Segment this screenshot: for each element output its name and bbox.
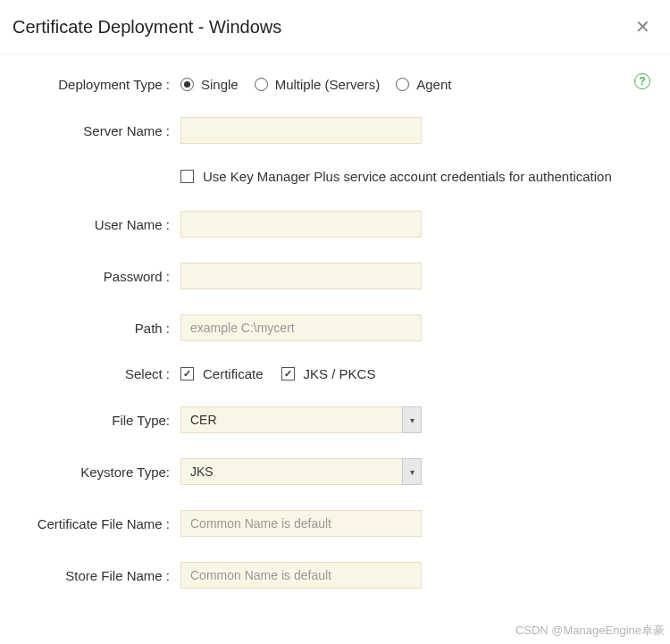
cert-file-name-input[interactable] (180, 510, 422, 537)
checkbox-jks-pkcs[interactable]: JKS / PKCS (281, 366, 376, 381)
row-select: Select : Certificate JKS / PKCS (13, 366, 670, 381)
user-name-input[interactable] (180, 211, 422, 238)
select-value: CER (180, 406, 422, 433)
form-body: Deployment Type : Single Multiple (Serve… (0, 54, 670, 589)
chevron-down-icon: ▾ (402, 458, 422, 485)
server-name-input[interactable] (180, 117, 422, 144)
checkbox-icon (180, 170, 194, 183)
radio-label: Multiple (Servers) (275, 77, 381, 92)
label-path: Path : (13, 321, 180, 336)
label-file-type: File Type: (13, 413, 180, 428)
row-keystore-type: Keystore Type: JKS ▾ (13, 458, 670, 485)
password-input[interactable] (180, 263, 422, 289)
radio-icon (180, 78, 194, 91)
dialog-header: Certificate Deployment - Windows ✕ (0, 0, 670, 54)
radio-icon (396, 78, 409, 91)
deployment-type-radio-group: Single Multiple (Servers) Agent (180, 77, 670, 92)
label-keystore-type: Keystore Type: (13, 464, 180, 480)
checkbox-certificate[interactable]: Certificate (180, 366, 264, 381)
checkbox-icon (180, 367, 194, 381)
store-file-name-input[interactable] (180, 562, 422, 589)
radio-label: Single (201, 77, 239, 92)
row-deployment-type: Deployment Type : Single Multiple (Serve… (13, 77, 670, 92)
checkbox-service-account[interactable]: Use Key Manager Plus service account cre… (180, 169, 612, 184)
row-user-name: User Name : (13, 211, 670, 238)
checkbox-label: Certificate (203, 366, 264, 381)
radio-multiple[interactable]: Multiple (Servers) (255, 77, 381, 92)
keystore-type-select[interactable]: JKS ▾ (180, 458, 422, 485)
row-server-name: Server Name : (13, 117, 670, 144)
row-path: Path : (13, 314, 670, 341)
close-icon[interactable]: ✕ (628, 16, 657, 38)
checkbox-label: Use Key Manager Plus service account cre… (203, 169, 612, 184)
checkbox-icon (281, 367, 295, 381)
label-cert-file-name: Certificate File Name : (13, 516, 180, 531)
select-value: JKS (180, 458, 422, 485)
label-server-name: Server Name : (13, 123, 180, 138)
chevron-down-icon: ▾ (402, 406, 422, 433)
label-password: Password : (13, 269, 180, 284)
watermark: CSDN @ManageEngine卓豪 (515, 623, 665, 639)
label-deployment-type: Deployment Type : (13, 77, 180, 92)
row-store-file-name: Store File Name : (13, 562, 670, 589)
label-user-name: User Name : (13, 217, 180, 232)
path-input[interactable] (180, 314, 422, 341)
label-store-file-name: Store File Name : (13, 568, 180, 583)
file-type-select[interactable]: CER ▾ (180, 406, 422, 433)
radio-label: Agent (416, 77, 451, 92)
dialog-title: Certificate Deployment - Windows (13, 17, 281, 38)
help-icon[interactable]: ? (634, 73, 650, 89)
label-select: Select : (13, 366, 180, 381)
radio-agent[interactable]: Agent (396, 77, 451, 92)
row-service-account: Use Key Manager Plus service account cre… (13, 169, 670, 184)
row-password: Password : (13, 263, 670, 289)
checkbox-label: JKS / PKCS (304, 366, 376, 381)
row-file-type: File Type: CER ▾ (13, 406, 670, 433)
row-cert-file-name: Certificate File Name : (13, 510, 670, 537)
radio-icon (255, 78, 268, 91)
radio-single[interactable]: Single (180, 77, 239, 92)
